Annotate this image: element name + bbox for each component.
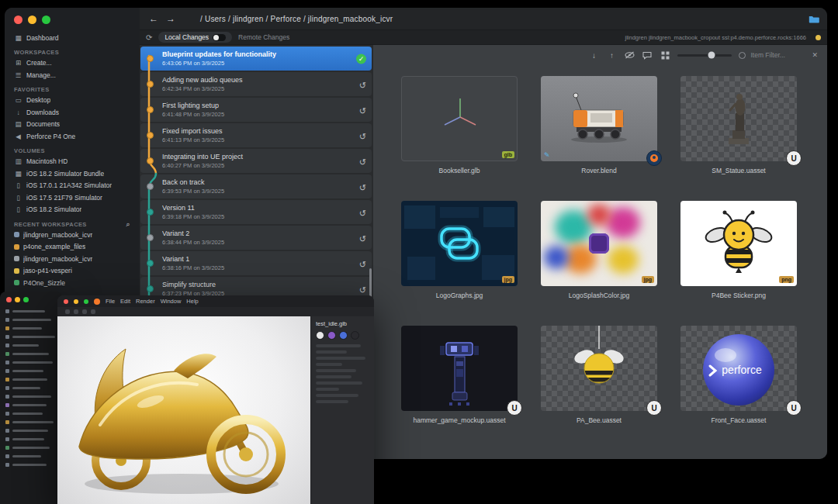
open-folder-button[interactable]: [809, 15, 819, 23]
hide-preview-icon[interactable]: [624, 51, 635, 59]
property-row[interactable]: [316, 350, 347, 354]
close-window-button[interactable]: [6, 297, 12, 302]
thumbnail-rover[interactable]: ✎: [541, 76, 657, 161]
file-tree-row[interactable]: [0, 333, 62, 341]
commit-row[interactable]: Variant 1 6:38:16 PM on 3/9/2025: [140, 251, 372, 275]
grid-view-icon[interactable]: [660, 51, 670, 60]
commit-status-icon[interactable]: [356, 54, 366, 64]
sidebar-item[interactable]: P4One_Sizzle: [10, 277, 134, 289]
thumbnail-front-face[interactable]: perforce: [680, 326, 797, 411]
asset-card[interactable]: SM_Statue.uasset: [680, 76, 797, 176]
file-tree-row[interactable]: [0, 358, 62, 367]
sidebar-item[interactable]: ⊞ Create...: [10, 57, 134, 70]
file-tree-row[interactable]: [0, 324, 62, 333]
material-swatch[interactable]: [339, 331, 348, 340]
commit-status-icon[interactable]: [359, 180, 366, 194]
commit-status-icon[interactable]: [359, 129, 366, 143]
zoom-window-button[interactable]: [23, 297, 29, 302]
close-window-button[interactable]: [64, 299, 68, 304]
material-swatch[interactable]: [351, 331, 359, 340]
sidebar-item[interactable]: WORKSPACES: [10, 48, 134, 57]
comments-icon[interactable]: [642, 51, 653, 60]
thumbnail-logosplash[interactable]: jpg: [541, 201, 657, 286]
thumbnail-p4bee[interactable]: png: [680, 201, 797, 286]
asset-card[interactable]: perforce Front_Face.uasset: [680, 326, 797, 426]
tool-icon[interactable]: [82, 309, 87, 314]
file-tree-row[interactable]: [0, 384, 62, 392]
download-icon[interactable]: ↓: [588, 51, 599, 60]
sidebar-item[interactable]: jaso-p41-vesperi: [10, 265, 134, 278]
minimize-window-button[interactable]: [15, 297, 20, 302]
thumbnail-logographs[interactable]: jpg: [401, 201, 518, 286]
thumbnail-hammer-mockup[interactable]: [401, 326, 518, 411]
file-tree-row[interactable]: [0, 316, 62, 324]
asset-card[interactable]: glb Bookseller.glb: [401, 76, 518, 176]
commit-status-icon[interactable]: [359, 103, 366, 117]
file-tree-row[interactable]: [0, 435, 62, 444]
tool-icon[interactable]: [91, 309, 95, 314]
commit-row[interactable]: Fixed import issues 6:41:13 PM on 3/9/20…: [140, 123, 372, 147]
thumbnail-size-slider[interactable]: [677, 54, 732, 57]
remote-changes-label[interactable]: Remote Changes: [238, 33, 289, 41]
minimize-window-button[interactable]: [28, 16, 36, 24]
file-tree-row[interactable]: [0, 401, 62, 409]
commit-row[interactable]: Version 11 6:39:18 PM on 3/9/2025: [140, 200, 372, 224]
file-tree-row[interactable]: [0, 409, 62, 418]
file-tree-row[interactable]: [0, 307, 62, 316]
sidebar-item[interactable]: ▯ iOS 18.2 Simulator: [10, 204, 134, 216]
changes-toggle-switch[interactable]: [213, 34, 226, 41]
close-window-button[interactable]: [14, 16, 23, 24]
sidebar-item[interactable]: ▥ Macintosh HD: [10, 156, 134, 168]
asset-card[interactable]: PA_Bee.uasset: [541, 326, 657, 426]
menu-item[interactable]: Edit: [120, 298, 130, 305]
back-button[interactable]: ←: [147, 13, 160, 24]
sidebar-item[interactable]: ◀ Perforce P4 One: [10, 130, 134, 143]
menu-item[interactable]: Render: [136, 298, 155, 305]
close-filter-button[interactable]: ✕: [812, 51, 818, 59]
asset-card[interactable]: png P4Bee Sticker.png: [680, 201, 797, 301]
file-tree-row[interactable]: [0, 350, 62, 358]
sidebar-item[interactable]: ▦ Dashboard: [10, 32, 134, 44]
item-filter-input[interactable]: [749, 50, 805, 60]
blender-3d-viewport[interactable]: [57, 316, 310, 504]
asset-card[interactable]: ✎ Rover.blend: [541, 76, 657, 176]
asset-card[interactable]: hammer_game_mockup.uasset: [401, 326, 518, 426]
file-tree-row[interactable]: [0, 461, 62, 469]
sidebar-item[interactable]: VOLUMES: [10, 147, 134, 156]
search-icon[interactable]: ⌕: [126, 220, 130, 229]
sidebar-item[interactable]: ▭ Desktop: [10, 95, 134, 107]
sidebar-item[interactable]: ↓ Downloads: [10, 106, 134, 119]
thumbnail-statue[interactable]: [680, 76, 797, 161]
file-tree-row[interactable]: [0, 392, 62, 401]
commit-status-icon[interactable]: [359, 205, 366, 219]
property-row[interactable]: [316, 357, 365, 360]
property-row[interactable]: [316, 369, 356, 372]
property-row[interactable]: [316, 344, 361, 347]
commit-row[interactable]: First lighting setup 6:41:48 PM on 3/9/2…: [140, 98, 372, 122]
commit-row[interactable]: Integrating into UE project 6:40:27 PM o…: [140, 149, 372, 173]
sidebar-item[interactable]: p4one_example_files: [10, 241, 134, 254]
zoom-window-button[interactable]: [42, 16, 50, 24]
sidebar-item[interactable]: RECENT WORKSPACES ⌕: [10, 219, 134, 229]
commit-row[interactable]: Variant 2 6:38:44 PM on 3/9/2025: [140, 226, 372, 250]
commit-row[interactable]: Blueprint updates for functionality 6:43…: [140, 47, 372, 71]
upload-icon[interactable]: ↑: [606, 51, 617, 60]
forward-button[interactable]: →: [164, 13, 177, 24]
sidebar-item[interactable]: ▯ iOS 17.5 21F79 Simulator: [10, 192, 134, 204]
property-row[interactable]: [316, 388, 339, 391]
commit-status-icon[interactable]: [359, 78, 366, 91]
sidebar-item[interactable]: ▯ iOS 17.0.1 21A342 Simulator: [10, 180, 134, 192]
file-tree-row[interactable]: [0, 418, 62, 426]
menu-item[interactable]: File: [106, 298, 115, 305]
tool-icon[interactable]: [74, 309, 78, 314]
asset-card[interactable]: jpg LogoSplashColor.jpg: [541, 201, 657, 301]
commit-status-icon[interactable]: [359, 257, 366, 271]
menu-item[interactable]: Window: [161, 298, 182, 305]
zoom-window-button[interactable]: [84, 299, 88, 304]
refresh-icon[interactable]: ⟳: [146, 33, 152, 42]
file-tree-row[interactable]: [0, 452, 62, 461]
slider-knob[interactable]: [708, 52, 715, 59]
property-row[interactable]: [316, 394, 358, 397]
file-tree-row[interactable]: [0, 444, 62, 452]
commit-status-icon[interactable]: [359, 282, 366, 296]
